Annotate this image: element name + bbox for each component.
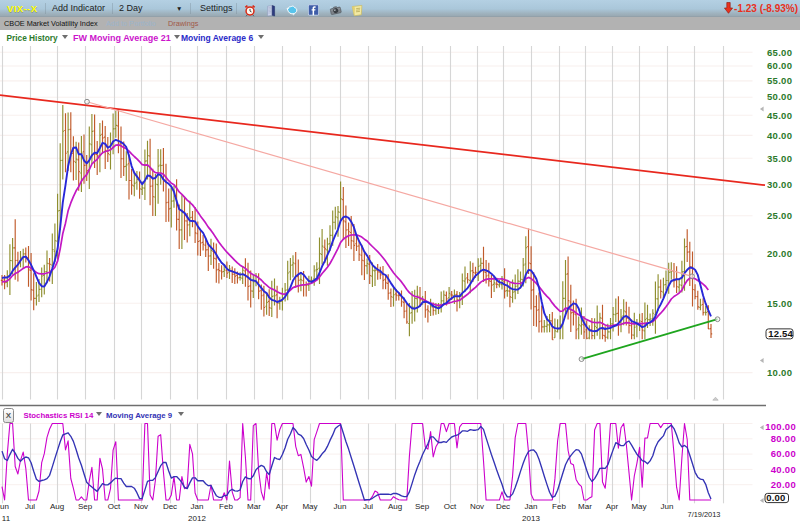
lower-last-value-label: 0.00 <box>766 492 785 503</box>
ohlc-bar <box>247 263 249 301</box>
time-axis-month: May <box>302 502 317 511</box>
ohlc-bar <box>601 305 603 340</box>
time-axis-month: Oct <box>108 502 121 511</box>
ohlc-bar <box>657 274 659 311</box>
ohlc-bar <box>543 320 545 333</box>
ohlc-bar <box>527 229 529 274</box>
ohlc-bar <box>104 126 106 169</box>
ohlc-bar <box>538 293 540 333</box>
price-axis-label: 50.00 <box>767 91 792 102</box>
ohlc-bar <box>665 271 667 291</box>
ohlc-bar <box>710 324 712 338</box>
ohlc-bar <box>347 223 349 246</box>
ohlc-bar <box>440 292 442 313</box>
ohlc-bar <box>366 259 368 275</box>
ohlc-bar <box>218 263 220 284</box>
ohlc-bar <box>33 273 35 310</box>
ohlc-bar <box>321 229 323 265</box>
price-axis-label: 65.00 <box>767 47 792 58</box>
ohlc-bar <box>212 243 214 269</box>
ohlc-bar <box>461 273 463 305</box>
time-axis-month: Apr <box>606 502 619 511</box>
price-bars <box>1 105 712 342</box>
price-axis-label: 10.00 <box>767 367 792 378</box>
time-axis-month: Sep <box>415 502 430 511</box>
trendline-handle[interactable] <box>690 274 695 279</box>
time-axis-month: May <box>631 502 646 511</box>
time-axis-month: Dec <box>496 502 510 511</box>
time-axis-month: Oct <box>444 502 457 511</box>
moving-average-6-line[interactable] <box>2 140 711 331</box>
ohlc-bar <box>149 139 151 206</box>
ohlc-bar <box>488 263 490 287</box>
trendline-handle[interactable] <box>579 357 584 362</box>
price-axis-label: 25.00 <box>767 210 792 221</box>
ohlc-bar <box>599 313 601 340</box>
ohlc-bar <box>588 325 590 339</box>
ohlc-bar <box>633 313 635 340</box>
ohlc-bar <box>43 265 45 295</box>
price-axis-label: 60.00 <box>767 60 792 71</box>
ohlc-bar <box>199 230 201 256</box>
close-panel-button[interactable]: X <box>3 408 14 423</box>
moving-average-9-line[interactable] <box>2 425 711 501</box>
lower-axis-label: 60.00 <box>771 448 796 459</box>
ohlc-bar <box>295 252 297 288</box>
trendline-handle[interactable] <box>715 317 720 322</box>
trendline-support-rising[interactable] <box>582 319 718 359</box>
price-axis-label: 35.00 <box>767 153 792 164</box>
ohlc-bar <box>469 261 471 293</box>
ohlc-bar <box>101 120 103 153</box>
time-axis-month: Mar <box>578 502 592 511</box>
ohlc-bar <box>160 149 162 184</box>
ohlc-bar <box>660 280 662 299</box>
time-axis-month: Sep <box>78 502 93 511</box>
ohlc-bar <box>638 314 640 331</box>
chevron-down-icon[interactable] <box>96 412 102 427</box>
chevron-down-icon[interactable] <box>178 412 184 427</box>
trendline-handle[interactable] <box>85 99 90 104</box>
main-gridlines <box>0 46 753 400</box>
ohlc-bar <box>617 296 619 336</box>
fw-moving-average-21-line[interactable] <box>2 145 708 326</box>
ohlc-bar <box>202 235 204 251</box>
lower-axis-label: 20.00 <box>771 479 796 490</box>
ohlc-bar <box>615 298 617 322</box>
ohlc-bar <box>678 279 680 292</box>
ohlc-bar <box>342 187 344 240</box>
ohlc-bar <box>14 219 16 279</box>
ohlc-bar <box>464 267 466 292</box>
ohlc-bar <box>250 271 252 308</box>
time-axis-month: Aug <box>50 502 64 511</box>
price-axis-label: 40.00 <box>767 130 792 141</box>
time-axis-month: Nov <box>134 502 148 511</box>
ohlc-bar <box>181 195 183 249</box>
time-axis-month: Jun <box>0 502 9 511</box>
range-arrow-icon <box>760 358 764 363</box>
ohlc-bar <box>120 127 122 178</box>
ohlc-bar <box>345 206 347 248</box>
ohlc-bar <box>41 268 43 298</box>
pane-resize-handle[interactable] <box>713 397 718 400</box>
ohlc-bar <box>514 274 516 299</box>
chart-canvas[interactable]: 65.0060.0055.0050.0045.0040.0035.0030.00… <box>0 0 800 523</box>
ohlc-bar <box>535 295 537 327</box>
ohlc-bar <box>363 252 365 281</box>
time-axis-month: Nov <box>470 502 484 511</box>
ohlc-bar <box>636 319 638 337</box>
stochastics-rsi-line[interactable] <box>2 424 711 501</box>
time-axis-month: Mar <box>247 502 261 511</box>
ohlc-bar <box>178 204 180 249</box>
ohlc-bar <box>35 282 37 305</box>
ohlc-bar <box>228 265 230 279</box>
last-price-label: 12.54 <box>768 328 793 339</box>
ohlc-bar <box>400 291 402 307</box>
time-axis-month: Feb <box>219 502 233 511</box>
ohlc-bar <box>593 318 595 339</box>
price-axis-label: 30.00 <box>767 179 792 190</box>
moving-average-9-dropdown[interactable]: Moving Average 9 <box>106 408 172 423</box>
range-arrow-icon <box>760 425 764 430</box>
stochastics-rsi-dropdown[interactable]: Stochastics RSI 14 <box>24 408 94 423</box>
price-axis-label: 55.00 <box>767 75 792 86</box>
ohlc-bar <box>506 281 508 297</box>
